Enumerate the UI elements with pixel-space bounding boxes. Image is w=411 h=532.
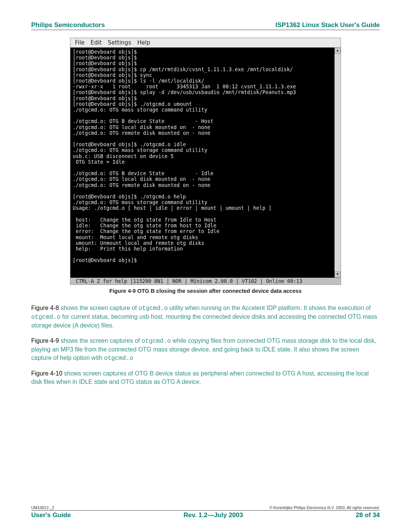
code: otgcmd.o — [142, 338, 171, 345]
scrollbar[interactable]: ▲ ▼ — [335, 48, 341, 278]
terminal-window: File Edit Settings Help [root@Devboard o… — [70, 38, 341, 285]
terminal-body-wrap: [root@Devboard objs]$ [root@Devboard obj… — [70, 48, 341, 278]
menu-bar: File Edit Settings Help — [70, 38, 341, 48]
paragraph-2: Figure 4-9 shows the screen captures of … — [31, 337, 380, 363]
figure-ref: Figure 4-8 — [31, 305, 61, 311]
figure-caption: Figure 4-9 OTG B closing the session aft… — [31, 288, 380, 294]
header-right: ISP1362 Linux Stack User's Guide — [276, 21, 380, 29]
menu-file[interactable]: File — [75, 39, 84, 46]
footer-block: UM10012-_2 © Koninklijke Philips Electro… — [31, 505, 380, 519]
menu-help[interactable]: Help — [137, 39, 150, 46]
terminal-output: [root@Devboard objs]$ [root@Devboard obj… — [70, 48, 335, 278]
paragraph-3: Figure 4-10 shows screen captures of OTG… — [31, 369, 380, 386]
paragraph-1: Figure 4-8 shows the screen capture of o… — [31, 304, 380, 330]
page: Philips Semiconductors ISP1362 Linux Sta… — [0, 0, 411, 532]
text: for current status, becoming usb host, m… — [31, 313, 377, 329]
page-footer: User's Guide Rev. 1.2—July 2003 28 of 34 — [31, 511, 380, 519]
text: shows the screen captures of — [61, 337, 142, 344]
copyright: © Koninklijke Philips Electronics N.V. 2… — [269, 505, 380, 510]
scroll-up-icon[interactable]: ▲ — [335, 48, 341, 54]
menu-settings[interactable]: Settings — [108, 39, 131, 46]
footer-center: Rev. 1.2—July 2003 — [183, 511, 243, 519]
footer-left: User's Guide — [31, 511, 71, 519]
code: otgcmd.o — [31, 314, 61, 321]
code: otgcmd.o — [139, 305, 168, 312]
text: shows the screen capture of — [61, 305, 139, 311]
footer-right: 28 of 34 — [356, 511, 380, 519]
terminal-status-bar: CTRL-A Z for help |115200 8N1 | NOR | Mi… — [70, 278, 341, 284]
text: utility when running on the Accelent IDP… — [168, 305, 371, 311]
menu-edit[interactable]: Edit — [91, 39, 102, 46]
page-header: Philips Semiconductors ISP1362 Linux Sta… — [31, 21, 380, 30]
figure-ref: Figure 4-10 — [31, 370, 64, 377]
figure-ref: Figure 4-9 — [31, 337, 61, 344]
header-left: Philips Semiconductors — [31, 21, 105, 29]
code: otgcmd.o — [104, 355, 133, 362]
scroll-down-icon[interactable]: ▼ — [335, 272, 341, 278]
text: shows screen captures of OTG B device st… — [31, 370, 369, 385]
footnote-row: UM10012-_2 © Koninklijke Philips Electro… — [31, 505, 380, 511]
doc-id: UM10012-_2 — [31, 505, 54, 510]
